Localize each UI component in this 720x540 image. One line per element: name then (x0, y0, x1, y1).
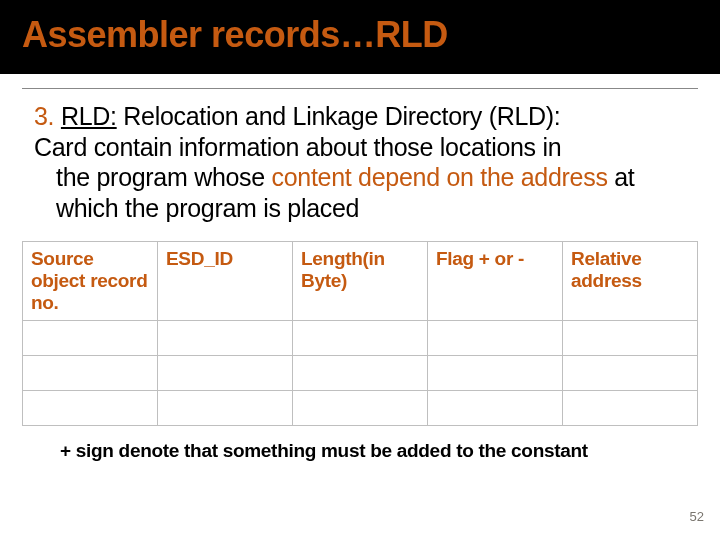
cell (158, 390, 293, 425)
cell (563, 320, 698, 355)
page-number: 52 (690, 509, 704, 524)
footnote: + sign denote that something must be add… (0, 426, 720, 462)
cell (563, 355, 698, 390)
body-text: 3. RLD: Relocation and Linkage Directory… (0, 89, 720, 223)
table-header-row: Source object record no. ESD_ID Length(i… (23, 242, 698, 321)
table-row (23, 320, 698, 355)
cell (23, 355, 158, 390)
cell (293, 355, 428, 390)
cell (23, 390, 158, 425)
col-esd-id: ESD_ID (158, 242, 293, 321)
lead-number: 3. (34, 102, 54, 130)
slide-title: Assembler records…RLD (22, 14, 698, 56)
body-line-2: Card contain information about those loc… (34, 132, 686, 163)
slide: Assembler records…RLD 3. RLD: Relocation… (0, 0, 720, 540)
title-bar: Assembler records…RLD (0, 0, 720, 74)
col-relative-address: Relative address (563, 242, 698, 321)
cell (158, 355, 293, 390)
lead-term: RLD: (61, 102, 117, 130)
lead-rest: Relocation and Linkage Directory (RLD): (123, 102, 560, 130)
cell (563, 390, 698, 425)
table-row (23, 355, 698, 390)
col-flag: Flag + or - (428, 242, 563, 321)
cell (428, 320, 563, 355)
col-source-object: Source object record no. (23, 242, 158, 321)
body-line-1: 3. RLD: Relocation and Linkage Directory… (34, 101, 686, 132)
cell (23, 320, 158, 355)
rld-table: Source object record no. ESD_ID Length(i… (22, 241, 698, 426)
cell (158, 320, 293, 355)
cell (293, 320, 428, 355)
col-length: Length(in Byte) (293, 242, 428, 321)
cell (428, 390, 563, 425)
prog-text-1: the program whose (56, 163, 272, 191)
cell (428, 355, 563, 390)
body-line-3: the program whose content depend on the … (34, 162, 686, 223)
card-text: Card contain information about those loc… (34, 133, 561, 161)
table-row (23, 390, 698, 425)
cell (293, 390, 428, 425)
table-wrap: Source object record no. ESD_ID Length(i… (0, 223, 720, 426)
emphasis-text: content depend on the address (272, 163, 608, 191)
